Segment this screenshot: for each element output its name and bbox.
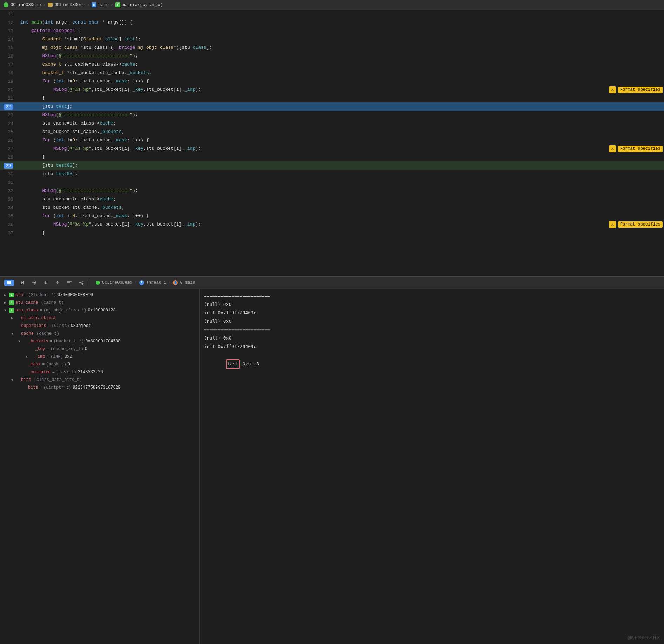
breadcrumb-branch[interactable]: main xyxy=(99,2,109,7)
toggle-cache[interactable]: ▼ xyxy=(10,332,15,336)
toggle-mj[interactable]: ▶ xyxy=(10,316,15,320)
val-key: 0 xyxy=(85,347,87,351)
warning-badge-20[interactable]: ⚠ Format specifies xyxy=(609,86,663,93)
toggle-stu-class[interactable]: ▼ xyxy=(3,309,8,313)
code-line-32: 32 NSLog(@"========================"); xyxy=(0,187,664,195)
code-content-16: NSLog(@"========================"); xyxy=(18,52,664,60)
line-num-12: 12 xyxy=(0,20,18,25)
var-stu-class[interactable]: ▼ L stu_class = (mj_objc_class *) 0x1000… xyxy=(0,307,199,314)
share-button[interactable] xyxy=(77,279,86,287)
code-line-17: 17 cache_t stu_cache=stu_class->cache; xyxy=(0,60,664,69)
code-content-14: Student *stu=[[Student alloc] init]; xyxy=(18,35,664,43)
var-cache[interactable]: ▼ cache (cache_t) xyxy=(0,330,199,337)
toggle-stu[interactable]: ▶ xyxy=(3,293,8,297)
variables-panel: ▶ L stu = (Student *) 0x600000008010 ▶ L… xyxy=(0,289,200,644)
var-key[interactable]: _key = (cache_key_t) 0 xyxy=(0,345,199,353)
badge-stu: L xyxy=(9,293,14,297)
code-line-15: 15 mj_objc_class *stu_class=(__bridge mj… xyxy=(0,43,664,52)
code-line-16: 16 NSLog(@"========================"); xyxy=(0,52,664,60)
code-content-12: int main(int argc, const char * argv[]) … xyxy=(18,18,664,27)
var-superclass[interactable]: superclass = (Class) NSObject xyxy=(0,322,199,330)
name-bits-val: bits xyxy=(28,385,38,390)
warning-icon-20: ⚠ xyxy=(609,86,616,93)
warning-badge-36[interactable]: ⚠ Format specifies xyxy=(609,221,663,228)
line-num-28: 28 xyxy=(0,155,18,160)
step-over-button[interactable] xyxy=(29,279,38,287)
val-stu: 0x600000008010 xyxy=(57,293,93,297)
code-line-26: 26 for (int i=0; i<stu_cache._mask; i++)… xyxy=(0,136,664,145)
type-bits-parent: (class_data_bits_t) xyxy=(34,377,82,382)
bottom-panel: ▶ L stu = (Student *) 0x600000008010 ▶ L… xyxy=(0,289,664,644)
toolbar-frame[interactable]: 0 main xyxy=(180,280,195,285)
code-line-20: 20 NSLog(@"%s %p",stu_bucket[i]._key,stu… xyxy=(0,86,664,94)
folder-icon xyxy=(48,3,53,7)
breadcrumb-folder[interactable]: OCLine03Demo xyxy=(55,2,85,7)
debug-toggle-button[interactable] xyxy=(4,280,14,286)
breadcrumb-bar: OCLine03Demo › OCLine03Demo › m main › f… xyxy=(0,0,664,10)
var-bits-value[interactable]: bits = (uintptr_t) 9223477589973167620 xyxy=(0,384,199,391)
var-bits-parent[interactable]: ▼ bits (class_data_bits_t) xyxy=(0,376,199,384)
var-mask[interactable]: _mask = (mask_t) 3 xyxy=(0,361,199,368)
toggle-imp[interactable]: ▼ xyxy=(24,355,29,359)
toggle-bits-parent[interactable]: ▼ xyxy=(10,378,15,382)
branch-icon: m xyxy=(92,2,96,7)
eq-imp: = xyxy=(47,354,49,359)
var-stu-cache[interactable]: ▶ L stu_cache (cache_t) xyxy=(0,299,199,307)
code-content-19: for (int i=0; i<stu_cache._mask; i++) { xyxy=(18,77,664,86)
var-stu[interactable]: ▶ L stu = (Student *) 0x600000008010 xyxy=(0,291,199,299)
line-num-26: 26 xyxy=(0,138,18,143)
step-out-button[interactable] xyxy=(53,279,62,287)
val-stu-class: 0x100008128 xyxy=(88,308,115,313)
name-bits-parent: bits xyxy=(21,377,31,382)
continue-button[interactable] xyxy=(18,279,26,287)
toggle-stu-cache[interactable]: ▶ xyxy=(3,301,8,305)
toggle-buckets[interactable]: ▼ xyxy=(17,340,22,343)
code-content-21: } xyxy=(18,94,664,102)
console-line-4: (null) 0x0 xyxy=(204,317,660,326)
toolbar-thread[interactable]: Thread 1 xyxy=(146,280,167,285)
code-line-35: 35 for (int i=0; i<stu_cache._mask; i++)… xyxy=(0,212,664,220)
toolbar-app-name[interactable]: OCLine03Demo xyxy=(102,280,132,285)
breadcrumb-function[interactable]: main(argc, argv) xyxy=(122,2,163,7)
debugger-toolbar: OCLine03Demo › T Thread 1 › 👤 0 main xyxy=(0,276,664,289)
val-occupied: 2148532226 xyxy=(78,370,103,375)
toolbar-sep2: › xyxy=(168,280,171,285)
console-line-1: ======================== xyxy=(204,292,660,300)
eq-key: = xyxy=(47,347,49,351)
console-line-7: init 0x7ff91720409c xyxy=(204,342,660,351)
type-buckets: (bucket_t *) xyxy=(54,339,84,344)
console-line-5: ======================== xyxy=(204,326,660,334)
code-content-29: [stu test02]; xyxy=(18,161,664,170)
warning-text-20: Format specifies xyxy=(618,87,663,93)
watermark: @稀土掘金技术社区 xyxy=(627,635,660,640)
code-content-23: NSLog(@"========================"); xyxy=(18,111,664,119)
type-bits-val: (uintptr_t) xyxy=(43,385,71,390)
code-line-34: 34 stu_bucket=stu_cache._buckets; xyxy=(0,203,664,212)
step-into-button[interactable] xyxy=(41,279,50,287)
badge-stu-cache: L xyxy=(9,300,14,305)
line-num-18: 18 xyxy=(0,71,18,76)
var-occupied[interactable]: _occupied = (mask_t) 2148532226 xyxy=(0,368,199,376)
var-imp[interactable]: ▼ _imp = (IMP) 0x0 xyxy=(0,353,199,361)
badge-stu-class: L xyxy=(9,308,14,313)
toolbar-breadcrumb: OCLine03Demo › T Thread 1 › 👤 0 main xyxy=(96,280,195,285)
code-line-18: 18 bucket_t *stu_bucket=stu_cache._bucke… xyxy=(0,69,664,77)
code-content-32: NSLog(@"========================"); xyxy=(18,187,664,195)
type-occupied: (mask_t) xyxy=(56,370,76,375)
code-line-33: 33 stu_cache=stu_class->cache; xyxy=(0,195,664,203)
warning-badge-27[interactable]: ⚠ Format specifies xyxy=(609,145,663,152)
name-imp: _imp xyxy=(35,354,45,359)
eq-stu-class: = xyxy=(40,308,42,313)
line-num-27: 27 xyxy=(0,146,18,152)
val-mask: 3 xyxy=(68,362,70,367)
name-super: superclass xyxy=(21,323,46,328)
step-instruction-button[interactable] xyxy=(65,279,74,287)
var-buckets[interactable]: ▼ _buckets = (bucket_t *) 0x600001704580 xyxy=(0,337,199,345)
svg-point-3 xyxy=(82,281,83,282)
code-line-29: 29 [stu test02]; xyxy=(0,161,664,170)
code-content-33: stu_cache=stu_class->cache; xyxy=(18,195,664,203)
line-num-14: 14 xyxy=(0,37,18,42)
var-mj-objc-object[interactable]: ▶ mj_objc_object xyxy=(0,314,199,322)
breadcrumb-project[interactable]: OCLine03Demo xyxy=(11,2,41,7)
line-num-32: 32 xyxy=(0,188,18,194)
